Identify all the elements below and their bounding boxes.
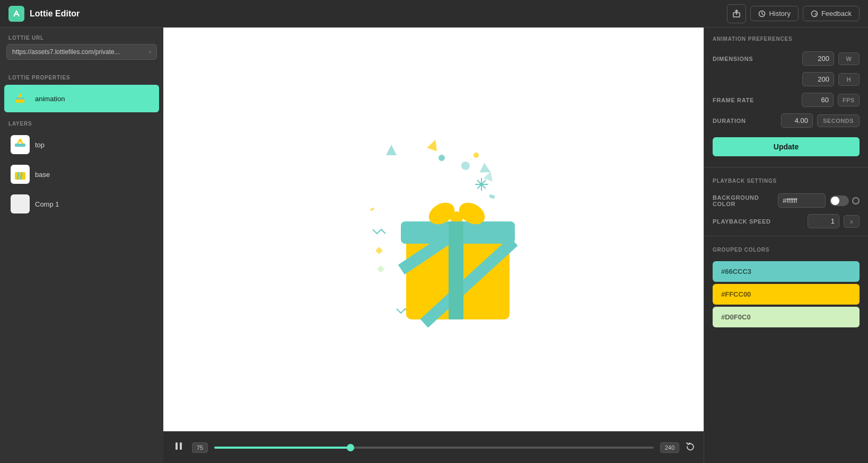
svg-rect-23 bbox=[489, 194, 495, 199]
history-label: History bbox=[769, 10, 790, 17]
color-hex-2: #D0F0C0 bbox=[721, 313, 751, 321]
timeline-track[interactable] bbox=[214, 447, 653, 449]
animation-thumb bbox=[11, 89, 30, 108]
svg-rect-42 bbox=[176, 442, 178, 450]
svg-rect-24 bbox=[370, 207, 374, 211]
dark-toggle-dot bbox=[852, 197, 860, 204]
speed-x-unit: x bbox=[844, 215, 860, 228]
divider-2 bbox=[704, 236, 868, 236]
timeline-thumb bbox=[347, 444, 354, 451]
layers-section-label: LAYERS bbox=[0, 113, 163, 130]
layer-thumb-comp1 bbox=[11, 194, 30, 213]
layer-item-top[interactable]: top bbox=[4, 131, 159, 158]
dimensions-height-row: H bbox=[704, 69, 868, 90]
svg-point-15 bbox=[461, 162, 470, 170]
feedback-label: Feedback bbox=[821, 10, 852, 17]
layer-name-base: base bbox=[35, 171, 50, 179]
url-section-label: LOTTIE URL bbox=[0, 28, 163, 44]
properties-section-label: LOTTIE PROPERTIES bbox=[0, 67, 163, 84]
svg-line-11 bbox=[21, 172, 22, 180]
svg-rect-43 bbox=[180, 442, 182, 450]
svg-rect-29 bbox=[376, 265, 384, 273]
color-swatch-1[interactable]: #FFCC00 bbox=[713, 284, 860, 305]
duration-label: DURATION bbox=[713, 118, 777, 124]
playback-speed-input[interactable] bbox=[808, 214, 839, 228]
color-swatch-2[interactable]: #D0F0C0 bbox=[713, 307, 860, 327]
toggle-track[interactable] bbox=[830, 195, 849, 206]
dimensions-label: DIMENSIONS bbox=[713, 56, 798, 62]
animation-preview bbox=[285, 97, 582, 362]
current-time-badge: 75 bbox=[192, 442, 208, 453]
layer-name-comp1: Comp 1 bbox=[35, 200, 59, 208]
frame-rate-row: FRAME RATE FPS bbox=[704, 90, 868, 110]
header: Lottie Editor History ? Feedback bbox=[0, 0, 868, 28]
bg-color-row: BACKGROUNDCOLOR bbox=[704, 190, 868, 211]
dimensions-width-row: DIMENSIONS W bbox=[704, 48, 868, 69]
history-button[interactable]: History bbox=[750, 6, 798, 21]
animation-label: animation bbox=[35, 95, 65, 103]
bg-color-input[interactable] bbox=[778, 193, 826, 208]
playback-speed-label: PLAYBACK SPEED bbox=[713, 218, 803, 225]
frame-rate-label: FRAME RATE bbox=[713, 97, 797, 103]
lottie-url-field[interactable]: https://assets7.lottiefiles.com/private.… bbox=[6, 44, 157, 60]
grouped-colors-label: GROUPED COLORS bbox=[704, 241, 868, 259]
color-hex-0: #66CCC3 bbox=[721, 268, 751, 275]
color-swatch-0[interactable]: #66CCC3 bbox=[713, 261, 860, 282]
layer-thumb-top bbox=[11, 135, 30, 154]
frame-rate-input[interactable] bbox=[802, 93, 834, 107]
playback-bar: 75 240 bbox=[163, 431, 704, 463]
url-value: https://assets7.lottiefiles.com/private.… bbox=[12, 48, 120, 56]
svg-rect-7 bbox=[15, 144, 25, 147]
update-button[interactable]: Update bbox=[713, 137, 860, 156]
width-unit: W bbox=[838, 52, 860, 65]
svg-line-10 bbox=[17, 172, 19, 180]
color-hex-1: #FFCC00 bbox=[721, 290, 751, 298]
duration-row: DURATION SECONDS bbox=[704, 110, 868, 131]
sidebar: LOTTIE URL https://assets7.lottiefiles.c… bbox=[0, 28, 163, 463]
app-title: Lottie Editor bbox=[30, 9, 80, 19]
end-time-badge: 240 bbox=[660, 442, 679, 453]
svg-marker-12 bbox=[386, 145, 397, 155]
animation-item[interactable]: animation bbox=[4, 85, 159, 112]
bg-color-toggle[interactable] bbox=[830, 195, 860, 206]
bg-color-label: BACKGROUNDCOLOR bbox=[713, 194, 774, 207]
canvas-area: 75 240 bbox=[163, 28, 704, 463]
logo-icon bbox=[8, 6, 24, 22]
svg-point-6 bbox=[19, 94, 21, 96]
svg-marker-13 bbox=[427, 138, 441, 152]
svg-rect-25 bbox=[375, 247, 382, 254]
duration-input[interactable] bbox=[781, 113, 813, 128]
svg-point-8 bbox=[19, 139, 22, 142]
playback-settings-label: PLAYBACK SETTINGS bbox=[704, 172, 868, 190]
svg-point-14 bbox=[439, 155, 445, 161]
svg-point-16 bbox=[474, 153, 479, 158]
layer-item-comp1[interactable]: Comp 1 bbox=[4, 190, 159, 218]
canvas-viewport bbox=[163, 28, 704, 431]
feedback-button[interactable]: ? Feedback bbox=[803, 6, 860, 21]
logo: Lottie Editor bbox=[8, 6, 80, 22]
main-layout: LOTTIE URL https://assets7.lottiefiles.c… bbox=[0, 28, 868, 463]
layer-name-top: top bbox=[35, 141, 45, 149]
layer-thumb-base bbox=[11, 165, 30, 184]
height-input[interactable] bbox=[802, 72, 834, 86]
layer-item-base[interactable]: base bbox=[4, 161, 159, 188]
right-panel: ANIMATION PREFERENCES DIMENSIONS W H FRA… bbox=[704, 28, 868, 463]
svg-rect-5 bbox=[16, 97, 24, 100]
toggle-dot bbox=[831, 197, 839, 205]
svg-rect-41 bbox=[449, 244, 463, 319]
timeline-progress bbox=[214, 447, 350, 449]
fps-unit: FPS bbox=[838, 94, 860, 106]
url-chevron-icon: › bbox=[149, 48, 151, 56]
seconds-unit: SECONDS bbox=[817, 114, 860, 127]
pause-button[interactable] bbox=[172, 439, 186, 456]
svg-marker-17 bbox=[477, 162, 490, 175]
svg-rect-40 bbox=[449, 221, 463, 244]
animation-prefs-label: ANIMATION PREFERENCES bbox=[704, 36, 868, 48]
share-button[interactable] bbox=[727, 4, 746, 23]
width-input[interactable] bbox=[802, 51, 834, 66]
height-unit: H bbox=[838, 73, 860, 86]
reset-button[interactable] bbox=[686, 442, 695, 453]
svg-text:?: ? bbox=[814, 12, 817, 17]
playback-speed-row: PLAYBACK SPEED x bbox=[704, 211, 868, 232]
divider-1 bbox=[704, 167, 868, 167]
